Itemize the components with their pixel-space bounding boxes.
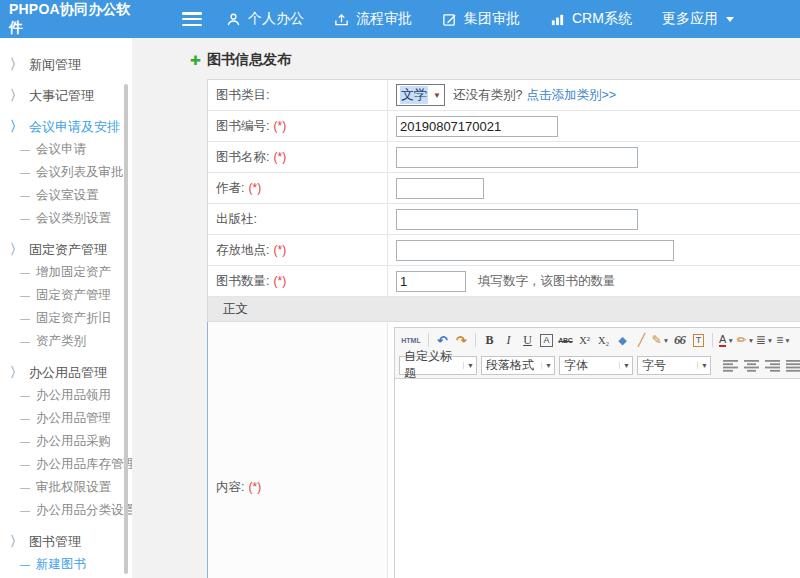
sidebar-item[interactable]: —增加固定资产	[0, 261, 132, 284]
sidebar-item-label: 固定资产管理	[36, 284, 111, 307]
superscript-icon[interactable]: X²	[575, 330, 594, 350]
author-input[interactable]	[396, 178, 484, 199]
top-navigation-bar: PHPOA协同办公软件 个人办公流程审批集团审批CRM系统更多应用	[0, 0, 800, 38]
sidebar-item[interactable]: —办公用品领用	[0, 384, 132, 407]
sidebar-item-label: 会议列表及审批	[36, 161, 124, 184]
book-name-input[interactable]	[396, 147, 638, 168]
book-quantity-hint: 填写数字，该图书的数量	[478, 273, 616, 290]
sidebar-item[interactable]: —固定资产折旧	[0, 307, 132, 330]
sidebar-item[interactable]: —办公用品分类设置	[0, 499, 132, 522]
toolbar-separator	[428, 333, 429, 347]
select-label: 字号	[642, 357, 666, 374]
bold-icon[interactable]: B	[480, 330, 499, 350]
chevron-right-icon: 〉	[10, 82, 22, 108]
menu-toggle-icon[interactable]	[182, 12, 202, 26]
book-category-value-cell: 文学▼还没有类别?点击添加类别>>	[388, 80, 800, 110]
sidebar-item-label: 审批权限设置	[36, 476, 111, 499]
ordered-list-icon[interactable]: ≣▼	[755, 330, 774, 350]
storage-location-label: 存放地点:(*)	[208, 235, 388, 265]
sidebar-scrollbar[interactable]	[124, 84, 128, 574]
book-quantity-input[interactable]	[396, 271, 466, 292]
page-header: ✚ 图书信息发布	[190, 51, 800, 69]
nav-item-workflow[interactable]: 流程审批	[334, 10, 412, 28]
dash-icon: —	[20, 453, 30, 476]
sidebar-item[interactable]: —固定资产管理	[0, 284, 132, 307]
dash-icon: —	[20, 476, 30, 499]
underline-icon[interactable]: U	[518, 330, 537, 350]
book-number-input[interactable]	[396, 116, 558, 137]
sidebar-item[interactable]: 〉办公用品管理	[0, 361, 132, 384]
nav-item-user[interactable]: 个人办公	[226, 10, 304, 28]
redo-icon[interactable]: ↷	[452, 330, 471, 350]
sidebar-item[interactable]: —办公用品库存管理	[0, 453, 132, 476]
sidebar-item-label: 固定资产折旧	[36, 307, 111, 330]
subscript-icon[interactable]: X₂	[594, 330, 613, 350]
font-border-icon[interactable]: A	[537, 330, 556, 350]
align-left-icon[interactable]	[721, 356, 739, 374]
sidebar-item[interactable]: 〉大事记管理	[0, 84, 132, 107]
custom-title-select[interactable]: 自定义标题▼	[399, 356, 477, 375]
undo-icon[interactable]: ↶	[433, 330, 452, 350]
editor-cell: HTML↶↷BIUAABCX²X₂◆╱✎▼66TA▼✏▼≣▼≡▼ 自定义标题▼段…	[388, 322, 800, 578]
author-label: 作者:(*)	[208, 173, 388, 203]
dash-icon: —	[20, 499, 30, 522]
sidebar-item-label: 办公用品库存管理	[36, 453, 136, 476]
book-category-label: 图书类目:	[208, 80, 388, 110]
dash-icon: —	[20, 184, 30, 207]
font-color-icon[interactable]: A▼	[717, 330, 736, 350]
sidebar-item[interactable]: 〉图书管理	[0, 530, 132, 553]
nav-item-caret-down[interactable]: 更多应用	[662, 10, 735, 28]
sidebar-item[interactable]: 〉固定资产管理	[0, 238, 132, 261]
dash-icon: —	[20, 161, 30, 184]
paragraph-format-select[interactable]: 段落格式▼	[481, 356, 555, 375]
format-painter-icon[interactable]: ✎▼	[651, 330, 670, 350]
sidebar-item[interactable]: —审批权限设置	[0, 476, 132, 499]
sidebar-item[interactable]: —会议申请	[0, 138, 132, 161]
sidebar-item-label: 新建图书	[36, 553, 86, 576]
strikethrough-icon[interactable]: ABC	[556, 330, 575, 350]
editor-content-area[interactable]	[395, 378, 800, 578]
sidebar-item[interactable]: —资产类别	[0, 330, 132, 353]
dash-icon: —	[20, 138, 30, 161]
caret-down-icon: ▼	[697, 362, 708, 369]
select-label: 字体	[564, 357, 588, 374]
storage-location-input[interactable]	[396, 240, 674, 261]
paste-text-icon[interactable]: T	[689, 330, 708, 350]
sidebar-item-label: 会议类别设置	[36, 207, 111, 230]
rich-text-editor: HTML↶↷BIUAABCX²X₂◆╱✎▼66TA▼✏▼≣▼≡▼ 自定义标题▼段…	[394, 327, 800, 578]
main-content: ✚ 图书信息发布 图书类目:文学▼还没有类别?点击添加类别>>图书编号:(*)图…	[132, 38, 800, 578]
sidebar-item[interactable]: 〉会议申请及安排	[0, 115, 132, 138]
align-right-icon[interactable]	[763, 356, 781, 374]
highlight-pen-icon[interactable]: ✏▼	[736, 330, 755, 350]
sidebar-item[interactable]: —办公用品管理	[0, 407, 132, 430]
sidebar-item[interactable]: 〉新闻管理	[0, 53, 132, 76]
bar-chart-icon	[550, 12, 565, 27]
align-center-icon[interactable]	[742, 356, 760, 374]
html-source-icon[interactable]: HTML	[398, 330, 424, 350]
add-category-link[interactable]: 点击添加类别>>	[526, 87, 616, 104]
eraser-icon[interactable]: ◆	[613, 330, 632, 350]
publisher-input[interactable]	[396, 209, 638, 230]
nav-item-bar-chart[interactable]: CRM系统	[550, 10, 632, 28]
sidebar-item[interactable]: —会议室设置	[0, 184, 132, 207]
justify-icon[interactable]	[784, 356, 800, 374]
italic-icon[interactable]: I	[499, 330, 518, 350]
clear-format-icon[interactable]: ╱	[632, 330, 651, 350]
publisher-label: 出版社:	[208, 204, 388, 234]
sidebar-item-label: 办公用品管理	[36, 407, 111, 430]
unordered-list-icon[interactable]: ≡▼	[774, 330, 793, 350]
nav-item-label: CRM系统	[572, 10, 632, 28]
font-size-select[interactable]: 字号▼	[637, 356, 711, 375]
blockquote-icon[interactable]: 66	[670, 330, 689, 350]
sidebar-item-label: 资产类别	[36, 330, 86, 353]
sidebar-item[interactable]: —新建图书	[0, 553, 132, 576]
nav-item-edit-square[interactable]: 集团审批	[442, 10, 520, 28]
font-family-select[interactable]: 字体▼	[559, 356, 633, 375]
chevron-right-icon: 〉	[10, 528, 22, 554]
sidebar-item[interactable]: —办公用品采购	[0, 430, 132, 453]
sidebar-item[interactable]: —会议类别设置	[0, 207, 132, 230]
sidebar-item[interactable]: —会议列表及审批	[0, 161, 132, 184]
book-category-select[interactable]: 文学▼	[396, 84, 445, 106]
caret-down-icon	[725, 15, 735, 23]
author-value-cell	[388, 173, 800, 203]
